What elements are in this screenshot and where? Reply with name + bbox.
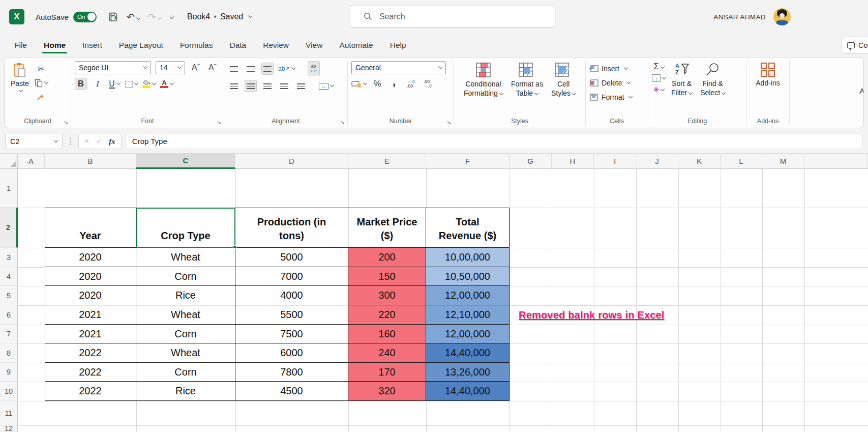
name-box-resizer[interactable]: ⋮: [67, 137, 74, 146]
table-cell[interactable]: 10,50,000: [426, 267, 510, 286]
table-header-cell[interactable]: Year: [45, 208, 136, 248]
fill-button[interactable]: ↓: [652, 74, 666, 82]
table-cell[interactable]: Corn: [136, 325, 235, 343]
table-cell[interactable]: 220: [348, 305, 426, 325]
tab-file[interactable]: File: [14, 35, 27, 55]
increase-indent-button[interactable]: [295, 80, 307, 92]
bold-button[interactable]: B: [75, 78, 87, 90]
column-header-D[interactable]: D: [235, 154, 348, 169]
font-size-select[interactable]: 14: [156, 61, 185, 74]
comma-style-button[interactable]: ,: [388, 78, 400, 90]
table-header-cell[interactable]: TotalRevenue ($): [426, 208, 510, 248]
tab-insert[interactable]: Insert: [82, 35, 103, 55]
table-cell[interactable]: Wheat: [136, 343, 235, 363]
table-cell[interactable]: Corn: [136, 267, 235, 286]
table-cell[interactable]: 12,10,000: [426, 305, 510, 325]
column-header-E[interactable]: E: [348, 154, 426, 169]
table-cell[interactable]: 300: [348, 286, 426, 305]
delete-cells-button[interactable]: Delete: [589, 76, 644, 89]
italic-button[interactable]: I: [92, 78, 104, 90]
table-cell[interactable]: Corn: [136, 363, 235, 382]
table-cell[interactable]: 170: [348, 363, 426, 382]
table-cell[interactable]: 2022: [45, 382, 136, 401]
font-name-select[interactable]: Segoe UI: [75, 61, 151, 74]
font-dialog-launcher[interactable]: ↘: [217, 119, 221, 126]
row-header-12[interactable]: 12: [0, 425, 18, 432]
row-header-3[interactable]: 3: [0, 248, 18, 267]
table-cell[interactable]: 14,40,000: [426, 343, 510, 363]
document-title[interactable]: Book4 • Saved: [187, 12, 252, 21]
row-header-2[interactable]: 2: [0, 208, 18, 248]
tab-view[interactable]: View: [305, 35, 323, 55]
column-header-M[interactable]: M: [762, 154, 804, 169]
analyze-button-partial[interactable]: A: [859, 87, 864, 95]
row-header-4[interactable]: 4: [0, 267, 18, 286]
column-header-A[interactable]: A: [18, 154, 45, 169]
save-icon[interactable]: [108, 12, 118, 22]
column-header-K[interactable]: K: [678, 154, 721, 169]
row-header-5[interactable]: 5: [0, 286, 18, 305]
autosave-toggle[interactable]: On: [73, 12, 97, 22]
name-box[interactable]: C2: [5, 134, 63, 149]
row-header-1[interactable]: 1: [0, 169, 18, 208]
column-header-C[interactable]: C: [136, 154, 235, 169]
row-header-6[interactable]: 6: [0, 305, 18, 325]
row-header-11[interactable]: 11: [0, 401, 18, 425]
table-cell[interactable]: 7800: [235, 363, 348, 382]
conditional-formatting-button[interactable]: ConditionalFormatting: [461, 61, 505, 99]
tab-page-layout[interactable]: Page Layout: [118, 35, 164, 55]
table-cell[interactable]: Wheat: [136, 305, 235, 325]
table-cell[interactable]: 7500: [235, 325, 348, 343]
tab-home[interactable]: Home: [43, 35, 66, 55]
tab-automate[interactable]: Automate: [339, 35, 373, 55]
middle-align-button[interactable]: [245, 63, 257, 75]
row-header-8[interactable]: 8: [0, 343, 18, 363]
decrease-indent-button[interactable]: [278, 80, 290, 92]
row-header-10[interactable]: 10: [0, 382, 18, 401]
table-cell[interactable]: Rice: [136, 382, 235, 401]
insert-function-button[interactable]: fx: [109, 137, 115, 146]
fill-color-button[interactable]: [142, 78, 156, 90]
shrink-font-button[interactable]: Aˇ: [206, 62, 219, 74]
table-cell[interactable]: 7000: [235, 267, 348, 286]
wrap-text-button[interactable]: abc↩: [308, 61, 320, 76]
table-cell[interactable]: 14,40,000: [426, 382, 510, 401]
enter-icon[interactable]: ✓: [96, 137, 102, 146]
merge-center-button[interactable]: ↔: [319, 80, 334, 92]
column-header-J[interactable]: J: [636, 154, 678, 169]
avatar[interactable]: [773, 8, 791, 25]
excel-app-icon[interactable]: X: [9, 9, 24, 24]
column-header-I[interactable]: I: [594, 154, 636, 169]
table-cell[interactable]: 2022: [45, 343, 136, 363]
row-header-7[interactable]: 7: [0, 325, 18, 343]
table-cell[interactable]: 4500: [235, 382, 348, 401]
table-cell[interactable]: 13,26,000: [426, 363, 510, 382]
cell-styles-button[interactable]: CellStyles: [549, 61, 578, 99]
grow-font-button[interactable]: Aˆ: [190, 62, 202, 74]
percent-style-button[interactable]: %: [371, 78, 383, 90]
bottom-align-button[interactable]: [261, 63, 274, 75]
increase-decimal-button[interactable]: ←.0.00: [405, 78, 417, 90]
column-header-partial[interactable]: [804, 154, 868, 169]
find-select-button[interactable]: Find &Select: [698, 61, 728, 98]
table-cell[interactable]: 200: [348, 248, 426, 267]
align-right-button[interactable]: [261, 80, 274, 92]
table-cell[interactable]: 6000: [235, 343, 348, 363]
format-cells-button[interactable]: Format: [589, 91, 644, 103]
table-cell[interactable]: 2021: [45, 305, 136, 325]
customize-toolbar-button[interactable]: [169, 15, 175, 19]
table-cell[interactable]: 10,00,000: [426, 248, 510, 267]
table-cell[interactable]: 240: [348, 343, 426, 363]
format-as-table-button[interactable]: Format asTable: [508, 61, 546, 99]
paste-button[interactable]: Paste: [8, 61, 32, 103]
tab-review[interactable]: Review: [262, 35, 289, 55]
table-cell[interactable]: 5500: [235, 305, 348, 325]
sort-filter-button[interactable]: AZ Sort &Filter: [669, 61, 695, 98]
align-center-button[interactable]: [245, 80, 257, 92]
tab-formulas[interactable]: Formulas: [179, 35, 214, 55]
cut-button[interactable]: ✂: [35, 63, 47, 75]
tab-data[interactable]: Data: [229, 35, 247, 55]
top-align-button[interactable]: [228, 63, 240, 75]
tab-help[interactable]: Help: [390, 35, 407, 55]
number-format-select[interactable]: General: [351, 61, 446, 74]
